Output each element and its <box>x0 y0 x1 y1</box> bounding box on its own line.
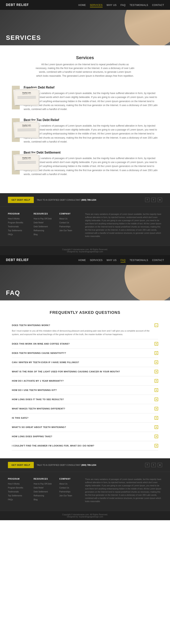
footer2-link-partnerships[interactable]: Partnerships <box>59 491 70 493</box>
nav-contact[interactable]: CONTACT <box>152 4 164 6</box>
faq-hero: FAQ <box>0 265 170 300</box>
faq-toggle-6[interactable]: + <box>155 379 158 382</box>
nav2-testimonials[interactable]: TESTIMONIALS <box>129 259 148 262</box>
faq-question-9[interactable]: WHAT MAKES TEETH WHITENING DIFFERENT? + <box>12 407 158 410</box>
twitter-icon-2[interactable]: t <box>151 463 156 467</box>
footer2-link-settlements[interactable]: Top Settlements <box>8 494 22 497</box>
faq-question-1[interactable]: DOES TEETH WHITENING WORK? – <box>12 324 158 327</box>
faq-toggle-10[interactable]: + <box>155 416 158 420</box>
footer2-link-contact[interactable]: Contact Us <box>59 487 69 489</box>
footer-link-contact[interactable]: Contact Us <box>59 222 69 224</box>
faq-question-text-4: CAN I WHITEN MY TEETH EVEN IF I HAVE SOM… <box>12 361 79 364</box>
footer-program-col: PROGRAM How It Works Program Benefits Te… <box>8 213 28 238</box>
footer2-link-payoff[interactable]: How to Pay Off Debt <box>34 483 52 485</box>
nav-logo: DEBT RELIEF <box>6 3 29 7</box>
faq-toggle-4[interactable]: + <box>155 360 158 364</box>
faq-toggle-11[interactable]: + <box>155 426 158 429</box>
faq-question-13[interactable]: I COULDN'T FIND THE ANSWER I'M LOOKING F… <box>12 444 158 448</box>
faq-toggle-13[interactable]: + <box>155 444 158 448</box>
faq-section-title: FREQUENTLY ASKED QUESTIONS <box>12 310 158 315</box>
instagram-icon-2[interactable]: ● <box>158 463 162 467</box>
footer-link-howitworks[interactable]: How It Works <box>8 218 20 220</box>
footer-bottom-1: Copyright © domainname.com. All Rights R… <box>0 246 170 255</box>
nav-testimonials[interactable]: TESTIMONIALS <box>129 4 148 6</box>
faq-question-2[interactable]: DOES THIS WORK ON WINE AND COFFEE STAINS… <box>12 342 158 346</box>
service-content-3: Best for Debt Settlement There are many … <box>24 151 158 176</box>
faq-question-text-12: HOW LONG DOES SHIPPING TAKE? <box>12 435 52 438</box>
main-nav-2: DEBT RELIEF HOME SERVICES WHY US FAQ TES… <box>0 255 170 265</box>
faq-toggle-5[interactable]: + <box>155 370 158 373</box>
footer2-link-howitworks[interactable]: How It Works <box>8 483 20 485</box>
hero-title: SERVICES <box>6 34 41 42</box>
faq-question-6[interactable]: HOW DO I ACTIVATE MY 1 YEAR WARRANTY? + <box>12 379 158 382</box>
footer2-link-refinancing[interactable]: Refinancing <box>34 494 44 497</box>
faq-question-4[interactable]: CAN I WHITEN MY TEETH EVEN IF I HAVE SOM… <box>12 360 158 364</box>
nav-logo-2: DEBT RELIEF <box>6 258 29 262</box>
faq-question-12[interactable]: HOW LONG DOES SHIPPING TAKE? + <box>12 435 158 438</box>
nav2-faq[interactable]: FAQ <box>121 259 126 262</box>
service-image-3: Payday Loan Application Form Payday Loan <box>12 151 20 174</box>
faq-toggle-9[interactable]: + <box>155 407 158 410</box>
footer-link-partnerships[interactable]: Partnerships <box>59 226 70 228</box>
footer2-company-title: COMPANY <box>59 478 79 480</box>
nav2-services[interactable]: SERVICES <box>90 259 103 262</box>
facebook-icon-2[interactable]: f <box>145 463 149 467</box>
nav2-contact[interactable]: CONTACT <box>152 259 164 262</box>
footer2-link-faqs[interactable]: FAQs <box>8 498 13 501</box>
service-image-2: Payday Loan Application Form Payday Loan <box>12 118 20 142</box>
service-title-1: Freedom Debt Relief <box>24 86 158 89</box>
nav2-whyus[interactable]: WHY US <box>107 259 117 262</box>
footer2-link-about[interactable]: About Us <box>59 483 67 485</box>
footer-link-payoff[interactable]: How to Pay Off Debt <box>34 218 52 220</box>
twitter-icon-1[interactable]: t <box>151 198 156 202</box>
faq-question-text-7: HOW DO I USE TEETH WHITENING KIT? <box>12 389 57 391</box>
footer-link-refinancing[interactable]: Refinancing <box>34 230 44 232</box>
footer-company-col: COMPANY About Us Contact Us Partnerships… <box>59 213 79 238</box>
footer2-link-testimonials[interactable]: Testimonials <box>8 491 19 493</box>
faq-toggle-8[interactable]: + <box>155 398 158 401</box>
faq-toggle-2[interactable]: + <box>155 342 158 346</box>
nav-whyus[interactable]: WHY US <box>107 4 117 6</box>
cta-button-1[interactable]: GET DEBT HELP <box>8 197 34 203</box>
faq-toggle-12[interactable]: + <box>155 435 158 438</box>
faq-item-1: DOES TEETH WHITENING WORK? – But I must … <box>12 321 158 339</box>
footer-link-jointeam[interactable]: Join Our Team <box>59 230 72 232</box>
facebook-icon-1[interactable]: f <box>145 198 149 202</box>
faq-question-10[interactable]: IS THIS SAFE? + <box>12 416 158 420</box>
footer-body-text: There are many variations of passages of… <box>85 213 162 238</box>
nav-faq[interactable]: FAQ <box>121 4 126 6</box>
footer2-link-settlement[interactable]: Debt Settlement <box>34 491 48 493</box>
faq-question-8[interactable]: HOW LONG DOES IT TAKE TO SEE RESULTS? + <box>12 398 158 401</box>
footer-resources-title: RESOURCES <box>34 213 53 215</box>
faq-toggle-3[interactable]: + <box>155 351 158 355</box>
nav2-home[interactable]: HOME <box>78 259 86 262</box>
footer-link-about[interactable]: About Us <box>59 218 67 220</box>
cta-button-2[interactable]: GET DEBT HELP <box>8 462 34 468</box>
footer2-link-benefits[interactable]: Program Benefits <box>8 487 23 489</box>
footer-link-benefits[interactable]: Program Benefits <box>8 222 23 224</box>
footer-link-blog[interactable]: Blog <box>34 234 38 236</box>
faq-question-11[interactable]: WHAT'S SO GREAT ABOUT TEETH WHITENING? + <box>12 426 158 429</box>
nav-links-list-2: HOME SERVICES WHY US FAQ TESTIMONIALS CO… <box>78 258 164 262</box>
footer2-link-blog[interactable]: Blog <box>34 498 38 501</box>
faq-item-4: CAN I WHITEN MY TEETH EVEN IF I HAVE SOM… <box>12 358 158 367</box>
footer-link-relief[interactable]: Debt Relief <box>34 222 43 224</box>
footer-1: PROGRAM How It Works Program Benefits Te… <box>0 206 170 246</box>
footer2-link-jointeam[interactable]: Join Our Team <box>59 494 72 497</box>
footer2-link-relief[interactable]: Debt Relief <box>34 487 43 489</box>
faq-toggle-7[interactable]: + <box>155 388 158 392</box>
footer-link-testimonials[interactable]: Testimonials <box>8 226 19 228</box>
faq-item-13: I COULDN'T FIND THE ANSWER I'M LOOKING F… <box>12 441 158 450</box>
service-item-1: Payday Loan Application Form Payday Loan <box>12 86 158 111</box>
nav-home[interactable]: HOME <box>78 4 86 6</box>
nav-services[interactable]: SERVICES <box>90 4 103 7</box>
footer-link-settlement[interactable]: Debt Settlement <box>34 226 48 228</box>
instagram-icon-1[interactable]: ● <box>158 198 162 202</box>
service-title-3: Best for Debt Settlement <box>24 151 158 154</box>
footer-link-faqs[interactable]: FAQs <box>8 234 13 236</box>
faq-question-7[interactable]: HOW DO I USE TEETH WHITENING KIT? + <box>12 388 158 392</box>
faq-question-5[interactable]: WHAT IS THE RISK OF THE LIGHT USED FOR W… <box>12 370 158 373</box>
footer-link-settlements[interactable]: Top Settlements <box>8 230 22 232</box>
faq-toggle-1[interactable]: – <box>155 324 158 327</box>
faq-question-3[interactable]: DOES TEETH WHITENING CAUSE SENSITIVITY? … <box>12 351 158 355</box>
